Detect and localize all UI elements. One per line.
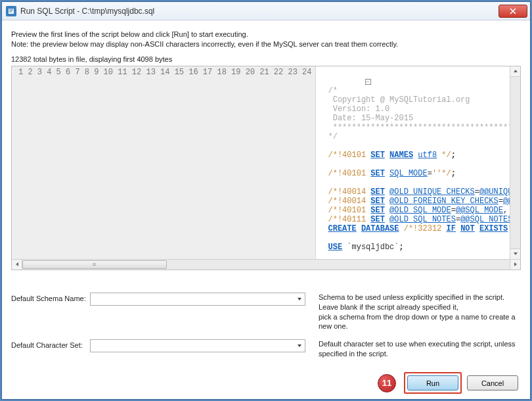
schema-input[interactable] bbox=[90, 293, 305, 306]
cancel-button[interactable]: Cancel bbox=[467, 375, 518, 390]
preview-instructions: Preview the first lines of the script be… bbox=[11, 30, 521, 50]
options-form: Default Schema Name: Schema to be used u… bbox=[11, 293, 521, 367]
schema-combo[interactable] bbox=[90, 293, 305, 306]
horizontal-scrollbar[interactable]: ≡ bbox=[12, 259, 520, 270]
preview-line-1: Preview the first lines of the script be… bbox=[11, 30, 521, 39]
dropdown-icon[interactable] bbox=[294, 294, 304, 304]
schema-help: Schema to be used unless explicitly spec… bbox=[319, 293, 521, 331]
dialog-window: Run SQL Script - C:\tmp\mysqljdbc.sql Pr… bbox=[1, 1, 531, 400]
sql-editor: 1 2 3 4 5 6 7 8 9 10 11 12 13 14 15 16 1… bbox=[11, 66, 521, 270]
byte-info: 12382 total bytes in file, displaying fi… bbox=[11, 55, 521, 63]
run-highlight: Run bbox=[404, 372, 462, 394]
dropdown-icon[interactable] bbox=[294, 341, 304, 351]
charset-input[interactable] bbox=[90, 339, 305, 352]
titlebar: Run SQL Script - C:\tmp\mysqljdbc.sql bbox=[2, 2, 530, 20]
close-button[interactable] bbox=[499, 5, 527, 18]
charset-combo[interactable] bbox=[90, 339, 305, 352]
scroll-down-icon[interactable] bbox=[510, 248, 520, 259]
scroll-up-icon[interactable] bbox=[510, 66, 520, 77]
window-title: Run SQL Script - C:\tmp\mysqljdbc.sql bbox=[20, 7, 499, 16]
scroll-left-icon[interactable] bbox=[12, 260, 22, 270]
scrollbar-track[interactable]: ≡ bbox=[22, 260, 510, 270]
scroll-right-icon[interactable] bbox=[510, 260, 520, 270]
dialog-content: Preview the first lines of the script be… bbox=[2, 20, 530, 399]
annotation-badge: 11 bbox=[378, 374, 396, 392]
code-area[interactable]: − − /* Copyright @ MySQLTutorial.org Ver… bbox=[316, 66, 510, 259]
charset-help: Default character set to use when execut… bbox=[319, 339, 521, 359]
schema-label: Default Schema Name: bbox=[11, 293, 90, 302]
app-icon bbox=[6, 6, 16, 16]
scrollbar-thumb[interactable]: ≡ bbox=[22, 260, 167, 269]
vertical-scrollbar[interactable] bbox=[510, 66, 520, 259]
line-gutter: 1 2 3 4 5 6 7 8 9 10 11 12 13 14 15 16 1… bbox=[12, 66, 316, 259]
fold-column: − − bbox=[317, 68, 325, 259]
fold-icon[interactable]: − bbox=[365, 79, 371, 85]
charset-label: Default Character Set: bbox=[11, 339, 90, 349]
run-button[interactable]: Run bbox=[407, 375, 458, 390]
button-row: 11 Run Cancel bbox=[11, 372, 521, 394]
preview-line-2: Note: the preview below may display non-… bbox=[11, 39, 521, 49]
